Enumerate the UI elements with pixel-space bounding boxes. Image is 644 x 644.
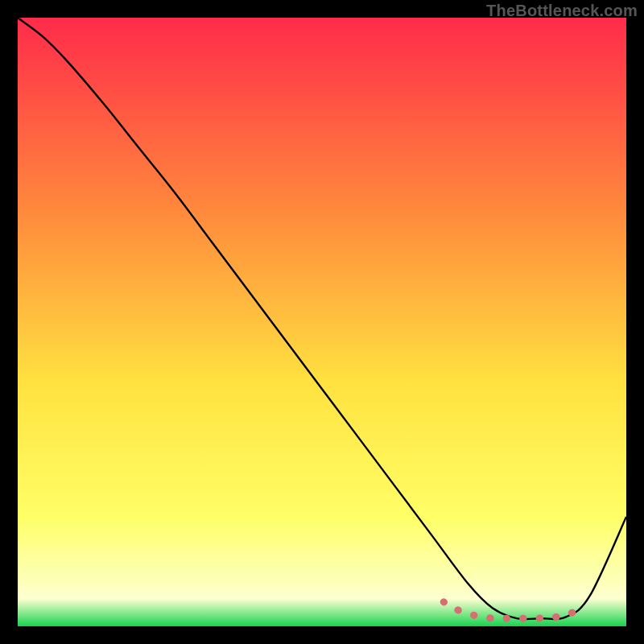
chart-frame: TheBottleneck.com xyxy=(0,0,644,644)
chart-svg xyxy=(18,18,626,626)
plot-area xyxy=(18,18,626,626)
